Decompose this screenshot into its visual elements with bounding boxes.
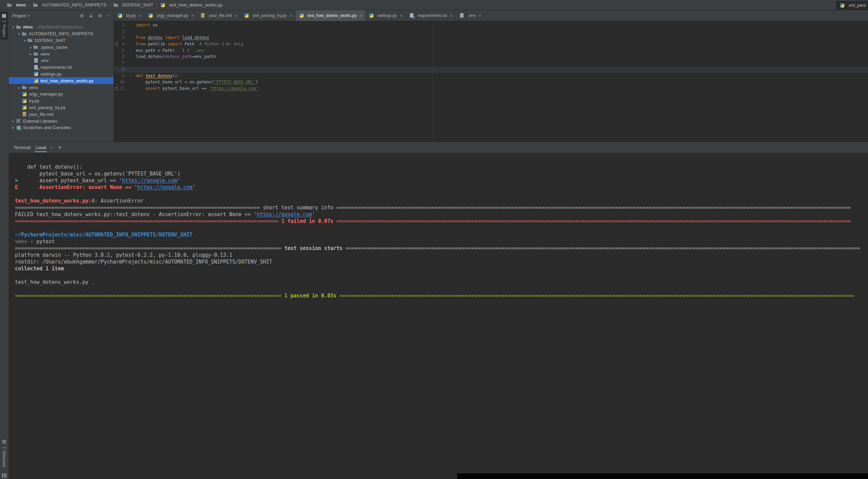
floating-window-tab[interactable]: xml_parsi <box>836 1 868 10</box>
terminal-line: venv › pytest <box>15 238 868 245</box>
editor-tab-label: orgy_manager.py <box>157 13 188 18</box>
terminal-panel: Terminal: Local × + def test_dotenv(): p… <box>9 142 868 479</box>
terminal-link[interactable]: https://google.com <box>137 184 193 190</box>
editor-tab[interactable]: test_how_dotenv_works.py× <box>296 10 366 21</box>
favorites-tool-icon[interactable] <box>2 473 6 478</box>
fold-icon[interactable]: − <box>124 73 134 79</box>
close-icon[interactable]: × <box>478 13 481 18</box>
line-number: 5 <box>118 47 124 54</box>
editor-tab[interactable]: settings.py× <box>366 10 406 21</box>
project-tree-item[interactable]: ▸External Libraries <box>9 118 114 124</box>
editor-tab[interactable]: .env× <box>456 10 485 21</box>
close-icon[interactable]: × <box>235 13 238 18</box>
tree-collapsed-icon[interactable]: ▸ <box>11 119 16 123</box>
fold-icon[interactable]: − <box>124 22 134 28</box>
close-icon[interactable]: × <box>360 13 362 18</box>
breadcrumb-item[interactable]: test_how_dotenv_works.py <box>160 2 222 8</box>
terminal-link[interactable]: https://google.com <box>122 178 177 184</box>
lock-icon <box>115 43 118 46</box>
close-icon[interactable]: × <box>50 145 53 150</box>
tool-button-project[interactable]: 1: Project <box>0 12 8 40</box>
structure-tool-icon <box>2 440 6 444</box>
folder-icon <box>113 2 119 8</box>
tree-expanded-icon[interactable]: ▾ <box>17 32 22 36</box>
project-tree-item[interactable]: try.py <box>9 98 114 104</box>
editor-body[interactable]: 1−23456789−1011 import os from dotenv im… <box>114 21 868 142</box>
close-icon[interactable]: × <box>450 13 453 18</box>
line-number: 9 <box>118 73 124 79</box>
py-icon <box>299 13 304 18</box>
project-tree-item[interactable]: your_file.xml <box>9 111 114 118</box>
project-tree-item[interactable]: orgy_manager.py <box>9 91 114 98</box>
hide-icon[interactable]: − <box>107 13 110 18</box>
terminal-line: E AssertionError: assert None == 'https:… <box>15 184 868 191</box>
txt-gear-icon <box>409 13 414 18</box>
chevron-down-icon[interactable]: ▾ <box>28 14 29 18</box>
code-line: assert pytest_base_url == 'https://googl… <box>136 85 258 92</box>
terminal-link[interactable]: https://google.com <box>257 211 312 217</box>
project-tree-item[interactable]: test_how_dotenv_works.py <box>9 77 114 84</box>
project-tree-item[interactable]: ▸venv <box>9 50 114 57</box>
close-icon[interactable]: × <box>290 13 292 18</box>
collapse-all-icon[interactable]: ⇊ <box>89 13 93 18</box>
terminal-output[interactable]: def test_dotenv(): pytest_base_url = os.… <box>9 158 868 299</box>
libs-icon <box>16 118 21 124</box>
tree-collapsed-icon[interactable]: ▸ <box>17 86 22 89</box>
breadcrumb-separator: › <box>29 3 30 7</box>
code-line <box>136 66 258 73</box>
breadcrumb-item[interactable]: DOTENV_SHIT <box>113 2 153 8</box>
locate-icon[interactable]: ⊕ <box>80 13 84 18</box>
editor-tab[interactable]: try.py× <box>114 10 145 21</box>
project-panel-title[interactable]: Project <box>12 13 26 18</box>
editor-tab[interactable]: xml_parsing_try.py× <box>241 10 295 21</box>
project-tree-item[interactable]: requirements.txt <box>9 64 114 71</box>
tree-item-label: settings.py <box>40 71 61 77</box>
editor-tab[interactable]: your_file.xml× <box>197 10 241 21</box>
tree-expanded-icon[interactable]: ▾ <box>11 25 16 29</box>
terminal-tab-local[interactable]: Local <box>35 143 47 152</box>
close-icon[interactable]: × <box>191 13 194 18</box>
code-line: from pathlib import Path # Python 3.6+ o… <box>136 41 258 47</box>
py-icon <box>160 2 165 8</box>
project-tree-item[interactable]: ▸Scratches and Consoles <box>9 124 114 131</box>
tree-item-label: AUTOMATED_INFO_SNIPPETS <box>29 31 93 36</box>
project-tree-item[interactable]: ▾DOTENV_SHIT <box>9 37 114 44</box>
project-tree-item[interactable]: settings.py <box>9 71 114 78</box>
gutter-row: 9− <box>114 73 134 79</box>
breadcrumb-item[interactable]: misc <box>7 2 26 8</box>
lock-icon <box>115 88 118 90</box>
gutter-row: 1− <box>114 22 134 28</box>
tree-collapsed-icon[interactable]: ▸ <box>28 52 33 56</box>
titlebar: misc›AUTOMATED_INFO_SNIPPETS›DOTENV_SHIT… <box>0 0 868 10</box>
add-terminal-icon[interactable]: + <box>58 144 61 151</box>
breadcrumb-item-label: test_how_dotenv_works.py <box>169 2 222 7</box>
line-number: 4 <box>118 41 124 47</box>
breadcrumb-item[interactable]: AUTOMATED_INFO_SNIPPETS <box>33 2 106 8</box>
project-tree-item[interactable]: .env <box>9 57 114 64</box>
project-tree: ▾misc~/PycharmProjects/misc▾AUTOMATED_IN… <box>9 21 114 131</box>
editor-tab[interactable]: requirements.txt× <box>406 10 456 21</box>
project-tree-item[interactable]: ▸venv <box>9 84 114 91</box>
folder-icon <box>27 38 33 43</box>
scratches-icon <box>16 125 21 130</box>
tool-button-structure[interactable]: 7: Structure <box>0 438 8 470</box>
terminal-line <box>15 225 868 231</box>
project-tree-item[interactable]: ▾misc~/PycharmProjects/misc <box>9 24 114 30</box>
project-tree-item[interactable]: ▾AUTOMATED_INFO_SNIPPETS <box>9 30 114 37</box>
tree-item-path: ~/PycharmProjects/misc <box>36 24 83 29</box>
tree-item-label: DOTENV_SHIT <box>35 38 65 43</box>
line-number: 6 <box>118 54 124 60</box>
project-tree-item[interactable]: ▸.pytest_cache <box>9 44 114 50</box>
tree-expanded-icon[interactable]: ▾ <box>22 39 27 42</box>
close-icon[interactable]: × <box>400 13 402 18</box>
close-icon[interactable]: × <box>139 13 141 18</box>
code-area[interactable]: import os from dotenv import load_dotenv… <box>136 22 258 92</box>
tree-collapsed-icon[interactable]: ▸ <box>28 45 33 49</box>
folder-icon <box>22 85 27 90</box>
terminal-line: ========================================… <box>15 218 868 225</box>
settings-icon[interactable]: ⚙ <box>98 13 102 18</box>
project-tree-item[interactable]: xml_parsing_try.py <box>9 104 114 111</box>
editor-tab[interactable]: orgy_manager.py× <box>145 10 197 21</box>
code-line: load_dotenv(dotenv_path=env_path) <box>136 54 258 60</box>
tree-collapsed-icon[interactable]: ▸ <box>11 126 16 129</box>
